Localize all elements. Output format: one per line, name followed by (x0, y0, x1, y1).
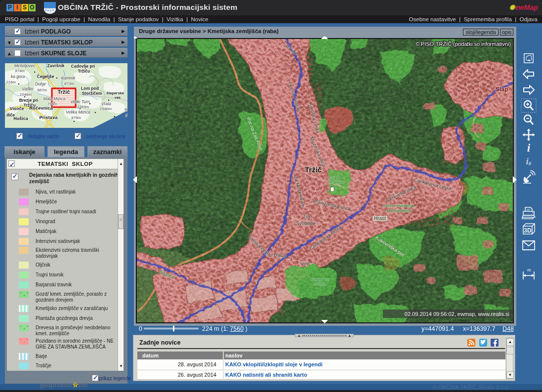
svg-text:Grad: Grad (330, 175, 338, 180)
svg-text:Kamnik: Kamnik (61, 76, 76, 80)
svg-text:vas: vas (115, 95, 121, 100)
svg-text:Hušica: Hušica (13, 116, 29, 121)
svg-text:Pristava: Pristava (40, 115, 58, 120)
svg-text:© PISO-TRŽIČ (podatki so infor: © PISO-TRŽIČ (podatki so informativni) (416, 41, 511, 47)
svg-text:974m: 974m (15, 69, 25, 73)
svg-text:· Trg: · Trg (300, 214, 310, 220)
svg-text:171: 171 (125, 113, 127, 118)
svg-text:216m: 216m (5, 80, 16, 84)
svg-text:Slaparska: Slaparska (106, 91, 124, 95)
svg-text:1183m: 1183m (77, 105, 89, 109)
svg-text:Završnik: Završnik (47, 63, 65, 68)
svg-text:Jožefa: Jožefa (315, 282, 327, 286)
svg-text:diče: diče (6, 113, 15, 118)
svg-text:Brezje pri: Brezje pri (19, 98, 39, 103)
svg-text:ka gora: ka gora (11, 74, 25, 79)
svg-text:Slap: Slap (496, 86, 508, 93)
svg-text:987m: 987m (37, 88, 47, 92)
svg-text:Cerkev Marijnega: Cerkev Marijnega (383, 203, 414, 208)
svg-text:Čegeljše: Čegeljše (37, 74, 54, 79)
svg-text:Visoče: Visoče (10, 106, 24, 111)
svg-text:oznanjevljenja: oznanjevljenja (386, 208, 412, 213)
svg-text:Vaško: Vaško (22, 86, 34, 91)
svg-text:Velika Mizica: Velika Mizica (66, 110, 90, 115)
svg-text:3D: 3D (524, 227, 532, 234)
svg-text:Svobode: Svobode (296, 221, 316, 226)
svg-text:Tržič: Tržič (305, 165, 322, 174)
svg-text:Veliki Turn: Veliki Turn (70, 99, 89, 104)
svg-text:1590m: 1590m (100, 107, 112, 111)
svg-text:Mešeljovec: Mešeljovec (14, 63, 36, 68)
svg-text:Cadovlje pri: Cadovlje pri (71, 64, 95, 69)
svg-text:1046m: 1046m (20, 92, 32, 97)
svg-text:Lom pod: Lom pod (81, 86, 99, 91)
svg-text:Ročevnica: Ročevnica (29, 105, 53, 111)
svg-text:976m: 976m (71, 116, 81, 120)
svg-text:873m: 873m (64, 81, 74, 86)
svg-text:02.09.2014 09:56:02, ewmap, ww: 02.09.2014 09:56:02, ewmap, www.realis.s… (405, 311, 509, 317)
svg-text:Tržič: Tržič (57, 89, 70, 95)
svg-text:m: m (527, 268, 531, 273)
svg-text:Vrata: Vrata (101, 101, 111, 106)
svg-text:Tržiču: Tržiču (78, 69, 90, 74)
svg-text:Storžičem: Storžičem (82, 91, 102, 96)
svg-text:Mala Mizica: Mala Mizica (43, 96, 66, 101)
svg-text:Cerkev sv.: Cerkev sv. (311, 277, 329, 282)
svg-text:Hrast: Hrast (374, 216, 386, 221)
svg-text:Neuhaus: Neuhaus (328, 180, 344, 184)
svg-text:Tolst: Tolst (124, 108, 127, 113)
svg-text:Dobje: Dobje (35, 81, 46, 86)
